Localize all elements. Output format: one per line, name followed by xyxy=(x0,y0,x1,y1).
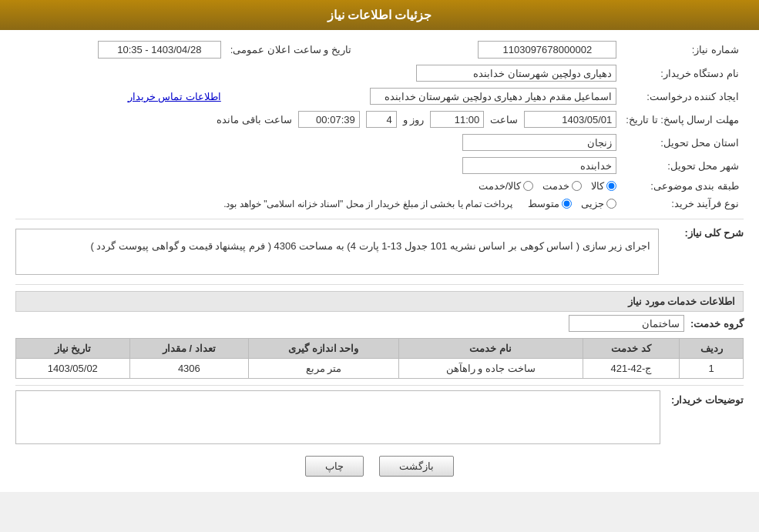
category-both-label: کالا/خدمت xyxy=(479,180,522,192)
deadline-days: 4 xyxy=(366,111,397,128)
buyer-comment-textarea[interactable] xyxy=(15,390,660,444)
order-number-value: 1103097678000002 xyxy=(478,41,616,59)
deadline-time-value: 11:00 xyxy=(430,111,484,128)
org-value: دهیاری دولچین شهرستان خدابنده xyxy=(416,65,616,82)
category-kala-option: کالا xyxy=(591,180,616,192)
header-title: جزئیات اطلاعات نیاز xyxy=(327,8,432,22)
deadline-remaining-label: ساعت باقی مانده xyxy=(217,114,291,125)
cell-row: 1 xyxy=(680,359,744,379)
category-label: طبقه بندی موضوعی: xyxy=(621,177,744,195)
col-code: کد خدمت xyxy=(583,339,680,359)
process-note: پرداخت تمام یا بخشی از مبلغ خریدار از مح… xyxy=(223,199,512,209)
category-kala-radio[interactable] xyxy=(606,181,616,191)
creator-value: اسماعیل مقدم دهیار دهیاری دولچین شهرستان… xyxy=(370,88,616,105)
city-value: خدابنده xyxy=(462,157,616,174)
process-motavasset-radio[interactable] xyxy=(562,199,572,209)
province-value: زنجان xyxy=(462,134,616,151)
buttons-row: بازگشت چاپ xyxy=(15,456,744,477)
order-number-label: شماره نیاز: xyxy=(621,38,744,62)
description-section-label: شرح کلی نیاز: xyxy=(667,224,744,239)
category-cell: کالا خدمت کالا/خدمت xyxy=(15,177,621,195)
table-row: 1ج-42-421ساخت جاده و راهآهنمتر مربع43061… xyxy=(16,359,744,379)
service-group-row: گروه خدمت: ساختمان xyxy=(15,315,744,332)
org-label: نام دستگاه خریدار: xyxy=(621,62,744,85)
services-section-title: اطلاعات خدمات مورد نیاز xyxy=(15,291,744,312)
divider-1 xyxy=(15,219,744,219)
public-date-label: تاریخ و ساعت اعلان عمومی: xyxy=(226,38,356,62)
deadline-cell: 1403/05/01 ساعت 11:00 روز و 4 00:07:39 س… xyxy=(15,108,621,131)
process-motavasset-label: متوسط xyxy=(528,198,559,209)
col-quantity: تعداد / مقدار xyxy=(129,339,248,359)
col-row: ردیف xyxy=(680,339,744,359)
cell-unit: متر مربع xyxy=(249,359,399,379)
cell-date: 1403/05/02 xyxy=(16,359,130,379)
service-group-label: گروه خدمت: xyxy=(690,318,744,330)
col-unit: واحد اندازه گیری xyxy=(249,339,399,359)
process-motavasset-option: متوسط xyxy=(528,198,572,209)
province-cell: زنجان xyxy=(15,131,621,154)
description-text: اجرای زیر سازی ( اساس کوهی بر اساس نشریه… xyxy=(15,229,659,275)
divider-2 xyxy=(15,284,744,285)
cell-code: ج-42-421 xyxy=(583,359,680,379)
service-group-value: ساختمان xyxy=(569,315,684,332)
order-number-cell: 1103097678000002 xyxy=(387,38,621,62)
col-date: تاریخ نیاز xyxy=(16,339,130,359)
creator-cell: اسماعیل مقدم دهیار دهیاری دولچین شهرستان… xyxy=(226,85,622,108)
category-kala-label: کالا xyxy=(591,180,604,192)
public-date-cell: 1403/04/28 - 10:35 xyxy=(15,38,226,62)
col-name: نام خدمت xyxy=(398,339,583,359)
province-label: استان محل تحویل: xyxy=(621,131,744,154)
services-table-header: ردیف کد خدمت نام خدمت واحد اندازه گیری ت… xyxy=(16,339,744,359)
buyer-comment-label: توضیحات خریدار: xyxy=(667,390,744,406)
page-header: جزئیات اطلاعات نیاز xyxy=(0,0,759,30)
process-cell: جزیی متوسط پرداخت تمام یا بخشی از مبلغ خ… xyxy=(15,195,621,212)
category-khadamat-radio[interactable] xyxy=(572,181,582,191)
services-table-body: 1ج-42-421ساخت جاده و راهآهنمتر مربع43061… xyxy=(16,359,744,379)
deadline-day-label: روز و xyxy=(403,114,425,125)
contact-link[interactable]: اطلاعات تماس خریدار xyxy=(128,91,221,102)
process-label: نوع فرآیند خرید: xyxy=(621,195,744,212)
print-button[interactable]: چاپ xyxy=(305,456,364,477)
category-both-option: کالا/خدمت xyxy=(479,180,534,192)
deadline-date: 1403/05/01 xyxy=(524,111,616,128)
category-khadamat-label: خدمت xyxy=(542,180,569,192)
buyer-comment-row: توضیحات خریدار: xyxy=(15,390,744,444)
city-label: شهر محل تحویل: xyxy=(621,154,744,177)
deadline-time-label: ساعت xyxy=(490,114,518,125)
deadline-label: مهلت ارسال پاسخ: تا تاریخ: xyxy=(621,108,744,131)
public-date-value: 1403/04/28 - 10:35 xyxy=(98,41,221,59)
services-table: ردیف کد خدمت نام خدمت واحد اندازه گیری ت… xyxy=(15,338,744,379)
process-jozi-radio[interactable] xyxy=(606,199,616,209)
category-both-radio[interactable] xyxy=(523,181,533,191)
city-cell: خدابنده xyxy=(15,154,621,177)
top-info-table: شماره نیاز: 1103097678000002 تاریخ و ساع… xyxy=(15,38,744,212)
cell-quantity: 4306 xyxy=(129,359,248,379)
divider-3 xyxy=(15,385,744,386)
category-khadamat-option: خدمت xyxy=(542,180,582,192)
process-jozi-label: جزیی xyxy=(581,198,604,209)
cell-name: ساخت جاده و راهآهن xyxy=(398,359,583,379)
back-button[interactable]: بازگشت xyxy=(379,456,454,477)
org-cell: دهیاری دولچین شهرستان خدابنده xyxy=(15,62,621,85)
creator-label: ایجاد کننده درخواست: xyxy=(621,85,744,108)
deadline-remaining-value: 00:07:39 xyxy=(298,111,360,128)
process-jozi-option: جزیی xyxy=(581,198,616,209)
